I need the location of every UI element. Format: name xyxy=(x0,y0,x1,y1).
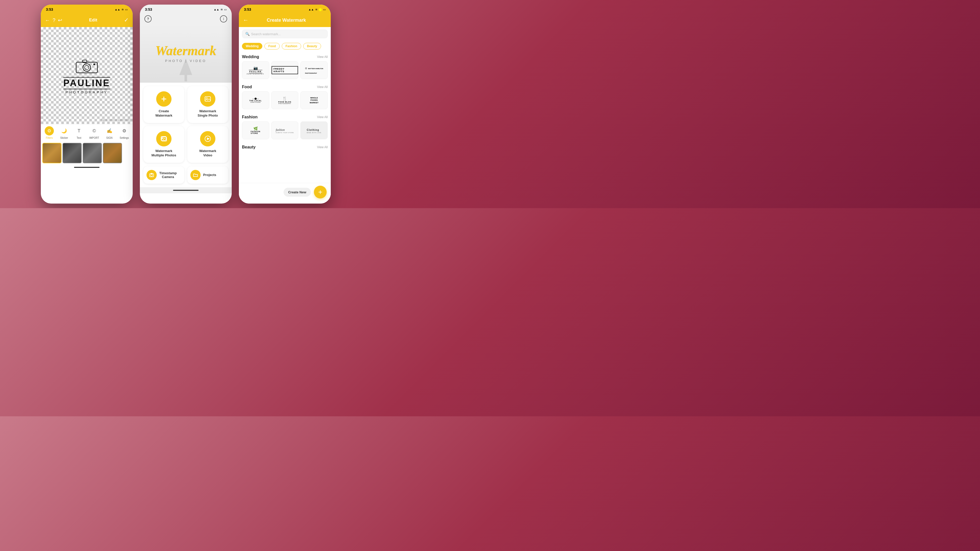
fashionstore-watermark: 🌿 FASHIONSTORE xyxy=(251,127,260,134)
status-icons-3: ▲▲ ≋ ⬤ ▭ xyxy=(308,8,326,11)
tag-fashion[interactable]: Fashion xyxy=(282,43,301,49)
text-tool[interactable]: T Text xyxy=(74,126,83,139)
watermark-video-label: WatermarkVideo xyxy=(199,149,216,158)
undo-icon[interactable]: ↩ xyxy=(58,17,62,23)
battery-icon-2: ▭ xyxy=(224,8,227,11)
timestamp-button[interactable]: TimestampCamera xyxy=(143,166,184,184)
wedding-view-all[interactable]: View All xyxy=(317,55,328,59)
watermark-video-button[interactable]: WatermarkVideo xyxy=(187,126,228,163)
sign-tool[interactable]: ✍ SIGN xyxy=(105,126,114,139)
multiple-photo-icon xyxy=(160,135,167,142)
wedding-logos: 📷 PAULINE PHOTOGRAPHY FREDDY KRAFTS ⊙ MA… xyxy=(242,61,328,82)
fashion-section-header: Fashion View All xyxy=(242,112,328,121)
status-bar-3: 3:53 ▲▲ ≋ ⬤ ▭ xyxy=(239,5,331,14)
thumb-1[interactable] xyxy=(42,143,62,163)
settings-tool[interactable]: ⚙ Settings xyxy=(120,126,129,139)
watermark-multiple-icon xyxy=(156,131,172,146)
hero-title: Watermark xyxy=(156,44,216,57)
tag-beauty[interactable]: Beauty xyxy=(303,43,321,49)
foodblog-sub: PHOTOGRAPHY xyxy=(278,103,291,104)
status-bar-2: 3:53 ▲▲ ≋ ▭ xyxy=(140,5,232,14)
info-icon-2[interactable]: i xyxy=(220,15,227,22)
timestamp-icon xyxy=(146,170,157,180)
signal-icon-3: ▲▲ xyxy=(308,8,314,11)
watermark-single-label: WatermarkSingle Photo xyxy=(197,109,218,118)
logo-mattew[interactable]: ⊙ MATTEW HAMILTONPHOTOGRAPHY xyxy=(301,61,328,79)
fashionscript-watermark: fashion ALWAYS YOUR STORE xyxy=(275,127,294,133)
create-watermark-button[interactable]: CreateWatermark xyxy=(143,86,184,123)
logo-fashionstore[interactable]: 🌿 FASHIONSTORE xyxy=(242,121,269,139)
create-new-button[interactable]: Create New xyxy=(283,188,311,197)
status-icons-1: ▲▲ ≋ ▭ xyxy=(115,8,127,11)
sticker-tool[interactable]: 🌙 Sticker xyxy=(59,126,68,139)
local-text: THE LOCAL xyxy=(249,100,262,102)
text-label: Text xyxy=(76,137,81,139)
tag-food[interactable]: Food xyxy=(264,43,280,49)
mattew-watermark: ⊙ MATTEW HAMILTONPHOTOGRAPHY xyxy=(305,65,323,75)
fashion-view-all[interactable]: View All xyxy=(317,115,328,119)
logo-pauline[interactable]: 📷 PAULINE PHOTOGRAPHY xyxy=(242,61,269,79)
hero-area: Watermark PHOTO | VIDEO xyxy=(140,24,232,83)
back-icon[interactable]: ← xyxy=(45,17,50,23)
import-tool[interactable]: © IMPORT xyxy=(89,126,99,139)
wifi-icon: ≋ xyxy=(121,8,124,11)
logo-freddy[interactable]: FREDDY KRAFTS xyxy=(271,61,299,79)
search-bar: 🔍 Search watermark... xyxy=(239,27,331,41)
logo-wholefoods[interactable]: WHOLEFOODSMARKET xyxy=(301,91,328,109)
beauty-view-all[interactable]: View All xyxy=(317,145,328,149)
thumb-3[interactable] xyxy=(83,143,102,163)
fashion-title: Fashion xyxy=(242,115,258,119)
svg-marker-5 xyxy=(180,59,192,75)
check-button[interactable]: ✓ xyxy=(124,17,129,24)
pauline-photo: PHOTOGRAPHY xyxy=(247,73,264,75)
svg-point-17 xyxy=(151,174,153,176)
thumb-image-2 xyxy=(63,143,81,163)
fab-add-button[interactable]: + xyxy=(314,186,327,198)
watermark-multiple-button[interactable]: WatermarkMultiple Photos xyxy=(143,126,184,163)
back-button-3[interactable]: ← xyxy=(243,17,248,24)
projects-button[interactable]: Projects xyxy=(187,166,228,184)
watermark-single-button[interactable]: WatermarkSingle Photo xyxy=(187,86,228,123)
filters-tool[interactable]: ⚙ Filters xyxy=(45,126,54,139)
foodblog-watermark: 🍴 FOOD BLOG PHOTOGRAPHY xyxy=(278,96,291,104)
search-input[interactable]: 🔍 Search watermark... xyxy=(242,30,328,38)
mattew-circle-icon: ⊙ xyxy=(305,67,307,70)
home-indicator-1 xyxy=(74,167,100,168)
fashionstore-text: FASHIONSTORE xyxy=(251,130,260,134)
thumb-image-4 xyxy=(103,143,121,163)
help-icon[interactable]: ? xyxy=(52,17,56,23)
page-title-3: Create Watermark xyxy=(251,17,321,23)
signal-icon-2: ▲▲ xyxy=(213,8,219,11)
foodblog-text: FOOD BLOG xyxy=(278,101,291,103)
fashionscript-text: fashion xyxy=(275,128,285,132)
help-icon-2[interactable]: ? xyxy=(145,15,151,22)
status-time-2: 3:53 xyxy=(145,7,152,11)
watermark-multiple-label: WatermarkMultiple Photos xyxy=(151,149,177,158)
signal-icon: ▲▲ xyxy=(115,8,120,11)
thumb-2[interactable] xyxy=(62,143,82,163)
thumb-4[interactable] xyxy=(103,143,122,163)
food-view-all[interactable]: View All xyxy=(317,85,328,89)
sign-label: SIGN xyxy=(106,137,112,139)
home-bar-1 xyxy=(41,165,133,170)
bottom-buttons: TimestampCamera Projects xyxy=(140,166,232,184)
logo-local[interactable]: —⬤— THE LOCAL CRAFTFOOD xyxy=(242,91,269,109)
clothing-text: Clothing xyxy=(307,129,319,131)
logo-fashionscript[interactable]: fashion ALWAYS YOUR STORE xyxy=(271,121,299,139)
logo-foodblog[interactable]: 🍴 FOOD BLOG PHOTOGRAPHY xyxy=(271,91,299,109)
battery-bar-3: ▭ xyxy=(323,8,326,11)
settings-icon: ⚙ xyxy=(120,126,129,135)
canvas-area: PAULINE PHOTOGRAPHY Tap to remove waterm… xyxy=(41,27,133,124)
folder-icon xyxy=(193,172,198,178)
import-label: IMPORT xyxy=(89,137,99,139)
phone-2: 3:53 ▲▲ ≋ ▭ ? i Watermark PHOTO | VIDEO xyxy=(140,5,232,203)
svg-rect-6 xyxy=(185,75,187,81)
tag-wedding[interactable]: Wedding xyxy=(242,43,262,49)
video-icon xyxy=(204,135,211,142)
home-indicator-2 xyxy=(173,190,199,191)
top-icons-2: ? i xyxy=(140,14,232,24)
plus-icon xyxy=(160,95,167,103)
text-icon: T xyxy=(74,126,83,135)
create-watermark-label: CreateWatermark xyxy=(156,109,172,118)
logo-clothing[interactable]: Clothing MADE WITH LOVE xyxy=(301,121,328,139)
